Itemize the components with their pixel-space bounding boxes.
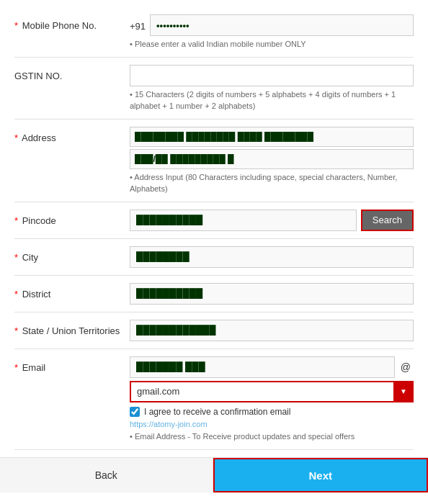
- district-label: * District: [14, 283, 130, 300]
- pincode-row: * Pincode Search: [14, 202, 414, 239]
- email-local-row: @: [130, 356, 414, 378]
- gstin-field: • 15 Characters (2 digits of numbers + 5…: [130, 65, 414, 112]
- mobile-field: +91 • Please enter a valid Indian mobile…: [130, 14, 414, 50]
- city-field: [130, 246, 414, 268]
- address-line1-input[interactable]: [130, 127, 414, 147]
- address-label: * Address: [14, 127, 130, 143]
- at-sign: @: [398, 356, 414, 378]
- district-field: [130, 283, 414, 305]
- state-row: * State / Union Territories: [14, 312, 414, 349]
- pincode-field: Search: [130, 210, 414, 231]
- gstin-label: GSTIN NO.: [14, 65, 130, 81]
- district-row: * District: [14, 276, 414, 312]
- address-lines: [130, 127, 414, 169]
- email-field: @ gmail.com yahoo.com hotmail.com outloo…: [130, 356, 414, 442]
- city-label: * City: [14, 246, 130, 263]
- mobile-hint: • Please enter a valid Indian mobile num…: [130, 39, 414, 50]
- email-domain-row: gmail.com yahoo.com hotmail.com outlook.…: [130, 381, 414, 402]
- search-button[interactable]: Search: [361, 210, 414, 231]
- consent-label: I agree to receive a confirmation email: [144, 407, 290, 417]
- watermark: https://atomy-join.com: [130, 420, 414, 428]
- address-field: • Address Input (80 Characters including…: [130, 127, 414, 194]
- gstin-hint: • 15 Characters (2 digits of numbers + 5…: [130, 89, 414, 112]
- state-label: * State / Union Territories: [14, 320, 130, 336]
- form-container: * Mobile Phone No. +91 • Please enter a …: [0, 0, 428, 450]
- mobile-prefix: +91: [130, 19, 146, 32]
- footer-buttons: Back Next: [0, 457, 428, 492]
- pincode-input[interactable]: [130, 210, 357, 231]
- back-button[interactable]: Back: [0, 458, 213, 492]
- email-hint: • Email Address - To Receive product upd…: [130, 431, 414, 442]
- state-field: [130, 320, 414, 341]
- email-local-input[interactable]: [130, 356, 395, 378]
- next-button[interactable]: Next: [213, 458, 429, 492]
- city-row: * City: [14, 239, 414, 276]
- address-hint: • Address Input (80 Characters including…: [130, 172, 414, 194]
- mobile-phone-row: * Mobile Phone No. +91 • Please enter a …: [14, 7, 414, 58]
- state-input[interactable]: [130, 320, 414, 341]
- address-row: * Address • Address Input (80 Characters…: [14, 120, 414, 202]
- address-line2-input[interactable]: [130, 149, 414, 169]
- gstin-row: GSTIN NO. • 15 Characters (2 digits of n…: [14, 58, 414, 120]
- pincode-input-row: Search: [130, 210, 414, 231]
- email-label: * Email: [14, 356, 130, 373]
- mobile-label: * Mobile Phone No.: [14, 14, 130, 31]
- gstin-input[interactable]: [130, 65, 414, 86]
- email-consent-row: I agree to receive a confirmation email: [130, 407, 414, 417]
- city-input[interactable]: [130, 246, 414, 268]
- mobile-input[interactable]: [150, 14, 414, 36]
- district-input[interactable]: [130, 283, 414, 305]
- email-row: * Email @ gmail.com yahoo.com hotmail.co…: [14, 349, 414, 450]
- consent-checkbox[interactable]: [130, 407, 140, 417]
- pincode-label: * Pincode: [14, 210, 130, 226]
- email-domain-select[interactable]: gmail.com yahoo.com hotmail.com outlook.…: [130, 381, 414, 402]
